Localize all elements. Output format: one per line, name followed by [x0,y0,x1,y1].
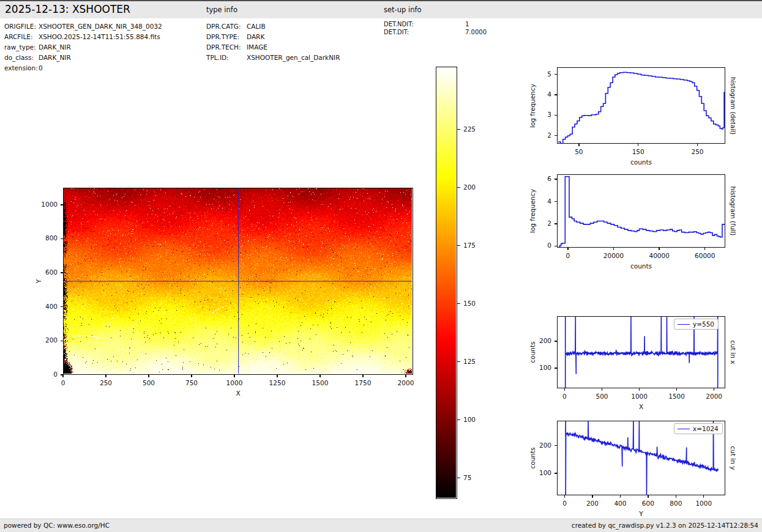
meta-row: extension:0 [4,63,162,73]
cut-in-x-xtick [602,388,602,391]
histogram-full-xtick-label: 0 [566,252,570,259]
colorbar-tick-label: 225 [463,125,476,133]
main-image-xtick-label: 250 [100,379,112,386]
meta-value: XSHOO.2025-12-14T11:51:55.884.fits [39,33,160,40]
meta-label: extension: [4,63,39,73]
histogram-detail-frame [557,67,725,144]
meta-row: ORIGFILE:XSHOOTER_GEN_DARK_NIR_348_0032 [4,21,162,32]
cut-in-y-xtick-label: 200 [586,500,599,507]
colorbar-tick-label: 175 [463,242,476,249]
meta-row: DET.DIT:7.0000 [384,28,487,36]
histogram-full-ytick-label: 2 [521,220,551,227]
meta-label: TPL.ID: [206,53,247,63]
meta-value: 1 [465,21,469,28]
cut-in-x-ytick-label: 100 [521,364,551,371]
cut-in-y-xtick [564,495,565,498]
main-image-xtick [234,375,234,377]
main-image-xtick-label: 1250 [269,379,286,386]
dark-frame-heatmap [64,188,412,374]
meta-value: 0 [39,64,43,72]
histogram-full-xtick [659,248,659,250]
meta-value: DARK [247,33,264,40]
histogram-full-frame [557,174,725,248]
histogram-full-xtick-label: 60000 [695,252,715,259]
histogram-detail-ytick [555,115,558,116]
histogram-full-ytick-label: 4 [521,198,551,205]
histogram-full-xtick [704,248,705,250]
cut-in-x-ytick [555,341,558,341]
meta-value: CALIB [247,23,266,30]
histogram-detail-xtick-label: 50 [575,148,583,155]
meta-row: do_class:DARK_NIR [4,53,162,63]
histogram-full-line [559,177,725,246]
file-info-block: ORIGFILE:XSHOOTER_GEN_DARK_NIR_348_0032 … [4,21,162,73]
legend-line-sample [678,429,690,429]
meta-row: ARCFILE:XSHOO.2025-12-14T11:51:55.884.fi… [4,32,162,42]
colorbar-tick-label: 150 [463,300,476,307]
histogram-full-ytick [555,223,558,224]
colorbar-tick-label: 100 [463,416,476,423]
main-image-xtick [362,375,363,377]
page-title: 2025-12-13: XSHOOTER [5,3,130,15]
histogram-full-xtick-label: 20000 [603,252,624,259]
histogram-full-ylabel: log frequency [529,189,536,233]
histogram-full-ytick [555,201,558,202]
type-info-block: DPR.CATG:CALIB DPR.TYPE:DARK DPR.TECH:IM… [206,21,340,63]
main-image-xtick-label: 1500 [312,379,329,386]
legend-line-sample [678,324,690,325]
main-image-frame [63,188,413,375]
meta-value: IMAGE [247,43,267,51]
cut-in-x-legend: y=550 [674,319,719,330]
meta-row: DPR.TYPE:DARK [206,32,340,42]
main-image-ytick-label: 1000 [27,201,58,208]
main-image-xtick [191,375,192,377]
cut-in-y-xtick-label: 600 [642,500,654,507]
cut-in-y-ylabel: counts [529,447,536,468]
cut-in-x-xtick-label: 500 [596,393,608,400]
meta-row: DPR.TECH:IMAGE [206,42,340,53]
main-image-xtick-label: 0 [61,379,65,386]
histogram-detail-xtick-label: 150 [632,148,644,155]
colorbar-frame [436,67,457,499]
colorbar-tick [457,129,460,130]
main-image-xlabel: X [236,390,240,397]
main-image-xtick [277,375,277,377]
colorbar-tick [457,478,460,478]
colorbar-tick [457,245,460,246]
main-image-xtick [105,375,106,377]
main-image-ytick [61,306,64,307]
main-image-ytick [61,238,64,239]
meta-label: do_class: [4,53,39,63]
cut-in-y-right-label: cut in y [730,446,737,470]
histogram-detail-ytick-label: 3 [521,111,551,118]
meta-label: DET.NDIT: [384,20,465,28]
histogram-full-xtick-label: 40000 [649,252,669,259]
main-image-xtick-label: 750 [185,379,198,386]
cut-in-x-xtick-label: 1000 [631,393,648,400]
main-image-ytick-label: 600 [27,268,58,276]
colorbar-tick [457,303,460,304]
histogram-detail-xtick [578,144,579,146]
colorbar-tick [457,187,460,188]
cut-in-x-xtick-label: 2000 [706,393,722,400]
meta-label: ARCFILE: [4,32,39,42]
main-image-xtick-label: 1000 [226,379,243,386]
cut-in-y-xtick [620,495,621,498]
cut-in-x-xtick [676,388,677,391]
meta-row: raw_type:DARK_NIR [4,42,162,53]
cut-in-x-xlabel: X [639,403,643,410]
main-image-xtick-label: 2000 [398,379,414,386]
histogram-detail-ytick [555,135,558,136]
colorbar-tick [457,361,460,362]
main-image-ytick [61,374,64,375]
cut-in-y-xtick [703,495,704,498]
cut-in-x-xtick-label: 1500 [668,393,685,400]
histogram-detail-xlabel: counts [630,158,652,166]
legend-label: x=1024 [693,425,719,432]
main-image-ytick [61,272,64,273]
qc-report-page: 2025-12-13: XSHOOTER type info set-up in… [0,0,762,532]
meta-value: DARK_NIR [39,43,71,51]
colorbar-gradient [436,67,456,498]
setup-info-block: DET.NDIT:1 DET.DIT:7.0000 [384,20,487,36]
cut-in-y-ytick [555,473,558,473]
